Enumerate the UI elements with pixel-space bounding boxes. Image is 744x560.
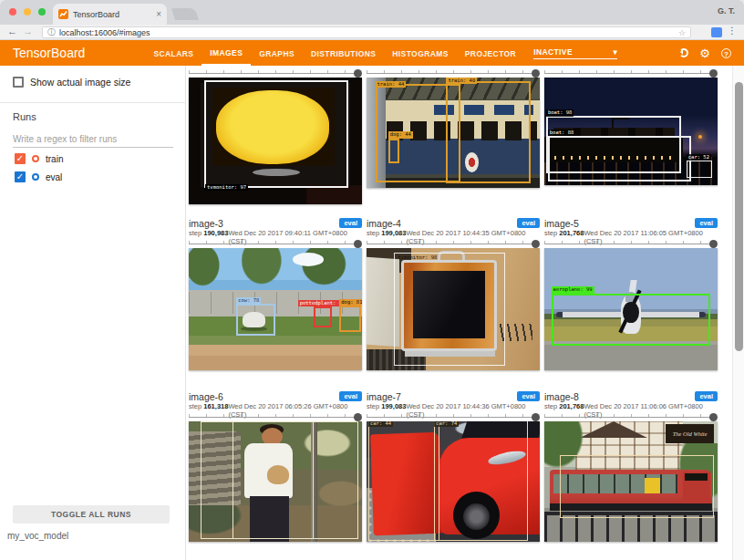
window-minimize-button[interactable] <box>24 8 31 16</box>
bounding-box-label: dog: 44 <box>388 131 413 138</box>
show-actual-size-toggle[interactable]: Show actual image size <box>13 77 130 88</box>
run-color-swatch <box>32 155 39 162</box>
image-card: image-6 eval step 161,318 Wed Dec 20 201… <box>189 390 362 542</box>
tab-graphs[interactable]: GRAPHS <box>251 41 303 65</box>
scrollbar-thumb[interactable] <box>735 82 743 351</box>
step-slider[interactable] <box>544 67 718 78</box>
sidebar: Show actual image size Runs ✓ train ✓ ev… <box>0 66 186 560</box>
bounding-box <box>204 80 348 188</box>
app-title: TensorBoard <box>13 46 85 60</box>
help-icon[interactable]: ? <box>721 48 731 58</box>
run-item-train[interactable]: ✓ train <box>15 153 63 164</box>
show-actual-size-label: Show actual image size <box>30 77 130 88</box>
slider-handle[interactable] <box>709 240 718 248</box>
pub-sign-text: The Old White <box>673 430 708 437</box>
slider-handle[interactable] <box>709 413 718 421</box>
status-dropdown-value: INACTIVE <box>533 47 573 57</box>
image-preview: tvmonitor: 97 <box>189 78 362 204</box>
step-slider[interactable] <box>367 238 540 248</box>
tab-projector[interactable]: PROJECTOR <box>457 41 524 65</box>
tab-close-icon[interactable]: × <box>156 9 161 19</box>
image-tag-name: image-8 <box>544 391 579 402</box>
browser-tab[interactable]: TensorBoard × <box>53 4 167 25</box>
bounding-box <box>236 304 275 336</box>
bounding-box-label: dog: 81 <box>339 299 362 306</box>
bounding-box-label: aeroplane: 99 <box>552 286 594 293</box>
window-zoom-button[interactable] <box>38 8 46 16</box>
image-card: image-5 eval step 201,768 Wed Dec 20 201… <box>544 217 718 370</box>
slider-handle[interactable] <box>354 69 362 78</box>
step-slider[interactable] <box>189 67 362 78</box>
run-badge: eval <box>695 391 718 401</box>
bounding-box-label: tvmonitor: 98 <box>396 254 439 261</box>
page-info-icon[interactable]: ⓘ <box>47 26 56 38</box>
slider-handle[interactable] <box>354 413 362 421</box>
bookmark-star-icon[interactable]: ☆ <box>678 28 686 37</box>
slider-handle[interactable] <box>354 240 362 248</box>
tab-images[interactable]: IMAGES <box>202 40 251 66</box>
image-tag-name: image-7 <box>367 391 401 402</box>
run-filter-input[interactable] <box>13 131 173 148</box>
image-tag-name: image-5 <box>544 218 579 229</box>
checkbox-unchecked[interactable] <box>13 77 24 88</box>
bounding-box <box>560 455 714 518</box>
image-card: image-8 eval step 201,768 Wed Dec 20 201… <box>544 390 718 542</box>
page-scrollbar[interactable] <box>732 66 744 560</box>
tab-histograms[interactable]: HISTOGRAMS <box>384 41 456 65</box>
refresh-icon[interactable] <box>679 48 688 57</box>
window-close-button[interactable] <box>9 8 16 16</box>
extension-icon[interactable] <box>711 27 722 37</box>
step-slider[interactable] <box>189 238 362 248</box>
step-text: step 199,083 <box>367 229 406 237</box>
tab-distributions[interactable]: DISTRIBUTIONS <box>303 41 384 65</box>
step-slider[interactable] <box>544 411 718 421</box>
bounding-box-label: tvmonitor: 97 <box>205 184 248 191</box>
status-dropdown[interactable]: INACTIVE ▾ <box>533 47 617 59</box>
gear-icon[interactable]: ⚙ <box>699 47 710 59</box>
tab-title: TensorBoard <box>73 10 151 19</box>
step-slider[interactable] <box>367 411 540 421</box>
browser-profile-name[interactable]: G. T. <box>718 6 735 16</box>
run-badge: eval <box>695 218 718 228</box>
bounding-box <box>434 421 528 541</box>
slider-handle[interactable] <box>532 413 540 421</box>
browser-menu-icon[interactable]: ⋮ <box>728 26 737 36</box>
slider-handle[interactable] <box>709 69 718 78</box>
slider-handle[interactable] <box>532 240 540 248</box>
slider-handle[interactable] <box>532 69 540 78</box>
bounding-box <box>552 294 711 347</box>
url-field[interactable]: ⓘ localhost:16006/#images ☆ <box>42 26 691 38</box>
image-preview: cow: 78 pottedplant: 87 dog: 81 <box>189 248 362 370</box>
tensorboard-header: TensorBoard SCALARS IMAGES GRAPHS DISTRI… <box>0 40 744 66</box>
checkbox-checked[interactable]: ✓ <box>15 153 26 164</box>
image-card: image-7 eval step 199,083 Wed Dec 20 201… <box>367 390 540 542</box>
image-card: train: 44 train: 40 dog: 44 <box>367 67 540 204</box>
step-slider[interactable] <box>367 67 540 78</box>
back-icon[interactable]: ← <box>7 26 17 36</box>
bounding-box <box>232 421 359 539</box>
bounding-box-label: train: 40 <box>446 78 477 84</box>
step-slider[interactable] <box>189 411 362 421</box>
run-badge: eval <box>339 218 362 228</box>
image-card: tvmonitor: 97 <box>189 67 362 204</box>
image-card: image-4 eval step 199,083 Wed Dec 20 201… <box>367 217 540 370</box>
new-tab-button[interactable] <box>171 8 199 20</box>
forward-icon[interactable]: → <box>23 26 33 36</box>
run-item-eval[interactable]: ✓ eval <box>15 171 62 182</box>
toggle-all-runs-button[interactable]: TOGGLE ALL RUNS <box>13 505 170 524</box>
bounding-box-label: boat: 88 <box>548 130 576 136</box>
bounding-box-label: car: 52 <box>687 154 711 161</box>
image-preview: The Old White <box>544 421 718 542</box>
image-preview: car: 44 car: 74 <box>367 421 540 542</box>
bounding-box <box>446 81 531 184</box>
browser-window: TensorBoard × G. T. ← → ⓘ localhost:1600… <box>0 0 744 560</box>
images-dashboard: tvmonitor: 97 t <box>186 66 730 560</box>
image-preview: aeroplane: 99 <box>544 248 718 370</box>
run-label: train <box>46 154 63 164</box>
image-preview <box>189 421 362 542</box>
step-slider[interactable] <box>544 238 718 248</box>
divider <box>0 102 186 103</box>
bounding-box <box>368 421 439 541</box>
tab-scalars[interactable]: SCALARS <box>145 41 202 65</box>
checkbox-checked[interactable]: ✓ <box>15 171 26 182</box>
